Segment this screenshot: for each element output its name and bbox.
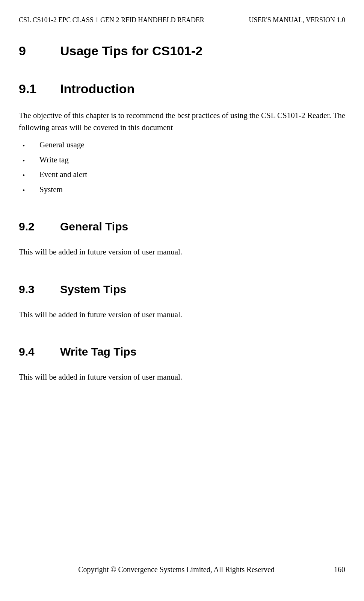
- section-intro-number: 9.1: [19, 79, 60, 98]
- list-item: General usage: [19, 139, 345, 151]
- list-item: Write tag: [19, 154, 345, 166]
- intro-bullet-list: General usage Write tag Event and alert …: [19, 139, 345, 195]
- list-item: System: [19, 184, 345, 196]
- chapter-title-text: Usage Tips for CS101-2: [60, 44, 202, 58]
- section-general-number: 9.2: [19, 218, 60, 235]
- chapter-number: 9: [19, 41, 60, 61]
- general-body: This will be added in future version of …: [19, 246, 345, 258]
- section-system-heading: 9.3System Tips: [19, 281, 345, 298]
- section-intro-title: Introduction: [60, 82, 134, 96]
- page: CSL CS101-2 EPC CLASS 1 GEN 2 RFID HANDH…: [19, 15, 345, 586]
- section-system-number: 9.3: [19, 281, 60, 298]
- write-body: This will be added in future version of …: [19, 371, 345, 383]
- chapter-heading: 9Usage Tips for CS101-2: [19, 41, 345, 61]
- section-general-title: General Tips: [60, 220, 128, 233]
- section-write-number: 9.4: [19, 343, 60, 360]
- section-intro-heading: 9.1Introduction: [19, 79, 345, 98]
- section-write-heading: 9.4Write Tag Tips: [19, 343, 345, 360]
- header-left: CSL CS101-2 EPC CLASS 1 GEN 2 RFID HANDH…: [19, 15, 204, 25]
- section-general-heading: 9.2General Tips: [19, 218, 345, 235]
- header-right: USER'S MANUAL, VERSION 1.0: [249, 15, 345, 25]
- page-header: CSL CS101-2 EPC CLASS 1 GEN 2 RFID HANDH…: [19, 15, 345, 26]
- list-item: Event and alert: [19, 169, 345, 181]
- section-write-title: Write Tag Tips: [60, 345, 136, 358]
- footer-copyright: Copyright © Convergence Systems Limited,…: [19, 564, 334, 575]
- page-number: 160: [334, 564, 345, 575]
- system-body: This will be added in future version of …: [19, 309, 345, 321]
- intro-body: The objective of this chapter is to reco…: [19, 110, 345, 133]
- page-footer: Copyright © Convergence Systems Limited,…: [19, 564, 345, 575]
- section-system-title: System Tips: [60, 283, 126, 295]
